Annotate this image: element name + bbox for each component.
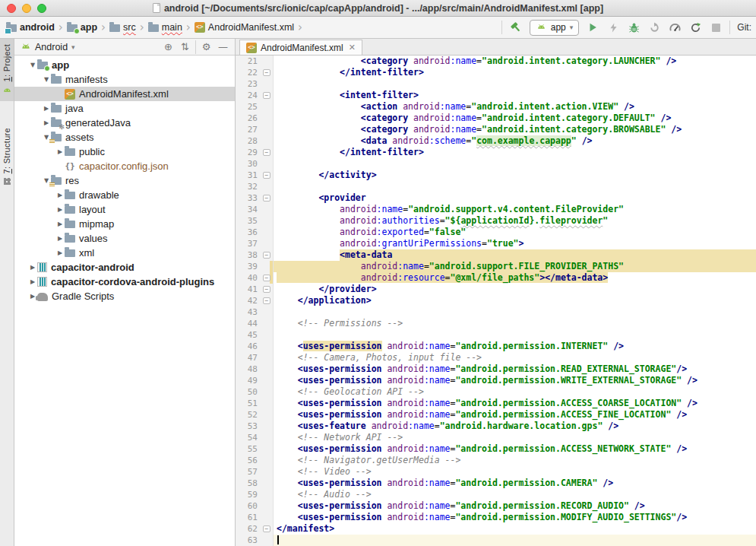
code-line-34[interactable]: 34 android:name="android.support.v4.cont… (236, 204, 756, 215)
code-line-49[interactable]: 49 <uses-permission android:name="androi… (236, 375, 756, 386)
code-line-58[interactable]: 58 <uses-permission android:name="androi… (236, 478, 756, 489)
code-text[interactable]: <data android:scheme="com.example.capapp… (274, 135, 756, 147)
code-line-36[interactable]: 36 android:exported="false" (236, 227, 756, 238)
zoom-button[interactable] (37, 4, 46, 13)
fold-marker-icon[interactable]: − (263, 195, 270, 202)
tool-window-tab-1-project[interactable]: 1: Project (0, 39, 14, 101)
code-editor[interactable]: 21 <category android:name="android.inten… (236, 56, 756, 546)
code-text[interactable]: <provider (274, 192, 756, 204)
code-text[interactable]: <category android:name="android.intent.c… (274, 56, 756, 67)
fold-marker-icon[interactable]: − (263, 275, 270, 281)
code-line-28[interactable]: 28 <data android:scheme="com.example.cap… (236, 135, 756, 147)
code-text[interactable]: </intent-filter> (274, 67, 756, 78)
tree-item-manifests[interactable]: ▼manifests (14, 72, 235, 87)
code-text[interactable]: </application> (274, 295, 756, 306)
code-text[interactable]: android:exported="false" (274, 227, 756, 238)
code-text[interactable]: <uses-permission android:name="android.p… (274, 341, 756, 352)
profiler-gauge-icon[interactable] (668, 21, 682, 34)
breadcrumb-src[interactable]: src (108, 22, 138, 33)
code-text[interactable]: <uses-permission android:name="android.p… (274, 375, 756, 386)
code-line-39[interactable]: 39 android:name="android.support.FILE_PR… (236, 261, 756, 272)
tree-item-xml[interactable]: ▶xml (14, 246, 235, 260)
code-line-41[interactable]: 41− </provider> (236, 284, 756, 295)
git-label[interactable]: Git: (737, 22, 751, 33)
expand-arrow-icon[interactable]: ▶ (55, 249, 65, 256)
code-line-44[interactable]: 44 <!-- Permissions --> (236, 318, 756, 329)
code-line-59[interactable]: 59 <!-- Audio --> (236, 489, 756, 500)
code-text[interactable]: <uses-permission android:name="android.p… (274, 363, 756, 375)
code-text[interactable]: android:name="android.support.v4.content… (274, 204, 756, 215)
tree-item-mipmap[interactable]: ▶mipmap (14, 217, 235, 231)
code-line-47[interactable]: 47 <!-- Camera, Photos, input file --> (236, 352, 756, 363)
code-line-40[interactable]: 40− android:resource="@xml/file_paths"><… (236, 272, 756, 284)
code-line-43[interactable]: 43 (236, 306, 756, 318)
code-text[interactable] (274, 306, 756, 318)
code-text[interactable]: <!-- Camera, Photos, input file --> (274, 352, 756, 363)
code-text[interactable]: <!-- Audio --> (274, 489, 756, 500)
code-text[interactable]: <category android:name="android.intent.c… (274, 113, 756, 124)
expand-arrow-icon[interactable]: ▼ (28, 62, 37, 68)
attach-debugger-icon[interactable] (647, 21, 661, 34)
code-text[interactable]: android:authorities="${applicationId}.fi… (274, 215, 756, 227)
tree-item-androidmanifest-xml[interactable]: <>AndroidManifest.xml (14, 87, 235, 101)
expand-arrow-icon[interactable]: ▶ (42, 119, 51, 126)
expand-arrow-icon[interactable]: ▶ (55, 206, 65, 213)
code-text[interactable]: <!-- Network API --> (274, 432, 756, 443)
tree-item-capacitor-android[interactable]: ▶capacitor-android (14, 260, 235, 275)
code-text[interactable]: <uses-feature android:name="android.hard… (274, 421, 756, 432)
minimize-button[interactable] (22, 4, 31, 13)
code-line-46[interactable]: 46 <uses-permission android:name="androi… (236, 341, 756, 352)
code-line-57[interactable]: 57 <!-- Video --> (236, 466, 756, 478)
code-text[interactable]: <!-- Geolocation API --> (274, 386, 756, 398)
close-button[interactable] (7, 4, 16, 13)
code-text[interactable]: <action android:name="android.intent.act… (274, 101, 756, 113)
code-text[interactable]: <uses-permission android:name="android.p… (274, 512, 756, 523)
fold-marker-icon[interactable]: − (263, 69, 270, 76)
code-text[interactable]: <!-- Permissions --> (274, 318, 756, 329)
tree-item-app[interactable]: ▼app (14, 58, 235, 72)
tree-item-capacitor-cordova-android-plugins[interactable]: ▶capacitor-cordova-android-plugins (14, 275, 235, 289)
gradle-sync-icon[interactable] (688, 21, 702, 34)
code-text[interactable]: android:grantUriPermissions="true"> (274, 238, 756, 249)
code-text[interactable]: <category android:name="android.intent.c… (274, 124, 756, 135)
code-line-63[interactable]: 63 (236, 535, 756, 546)
tree-item-layout[interactable]: ▶layout (14, 202, 235, 217)
expand-arrow-icon[interactable]: ▶ (55, 221, 65, 227)
code-text[interactable]: </intent-filter> (274, 147, 756, 158)
tree-item-java[interactable]: ▶java (14, 101, 235, 116)
apply-changes-icon[interactable] (606, 21, 620, 34)
fold-marker-icon[interactable]: − (263, 172, 270, 179)
code-text[interactable]: <uses-permission android:name="android.p… (274, 478, 756, 489)
code-text[interactable] (274, 181, 756, 192)
code-line-24[interactable]: 24− <intent-filter> (236, 90, 756, 101)
code-line-29[interactable]: 29− </intent-filter> (236, 147, 756, 158)
code-text[interactable]: </provider> (274, 284, 756, 295)
code-line-23[interactable]: 23 (236, 78, 756, 90)
expand-arrow-icon[interactable]: ▼ (42, 76, 51, 83)
code-text[interactable] (274, 78, 756, 90)
code-text[interactable]: <!-- Video --> (274, 466, 756, 478)
breadcrumb-main[interactable]: main (147, 22, 184, 33)
code-line-55[interactable]: 55 <uses-permission android:name="androi… (236, 443, 756, 455)
tree-item-res[interactable]: ▼res (14, 173, 235, 188)
fold-marker-icon[interactable]: − (263, 92, 270, 99)
code-line-27[interactable]: 27 <category android:name="android.inten… (236, 124, 756, 135)
code-text[interactable] (274, 158, 756, 170)
expand-arrow-icon[interactable]: ▶ (55, 192, 65, 198)
fold-marker-icon[interactable]: − (263, 525, 270, 532)
stop-button[interactable] (709, 21, 723, 34)
fold-marker-icon[interactable]: − (263, 252, 270, 259)
breadcrumb-android[interactable]: android (5, 22, 56, 33)
code-text[interactable]: </activity> (274, 170, 756, 181)
code-line-22[interactable]: 22− </intent-filter> (236, 67, 756, 78)
code-line-33[interactable]: 33− <provider (236, 192, 756, 204)
tree-item-values[interactable]: ▶values (14, 231, 235, 246)
expand-arrow-icon[interactable]: ▶ (55, 235, 65, 242)
code-line-54[interactable]: 54 <!-- Network API --> (236, 432, 756, 443)
tool-window-tab-7-structure[interactable]: 7: Structure (0, 122, 14, 191)
expand-arrow-icon[interactable]: ▶ (42, 105, 51, 112)
expand-arrow-icon[interactable]: ▶ (28, 264, 37, 271)
code-text[interactable]: </manifest> (274, 523, 756, 535)
settings-gear-icon[interactable]: ⚙ (200, 41, 213, 52)
code-text[interactable] (274, 329, 756, 341)
